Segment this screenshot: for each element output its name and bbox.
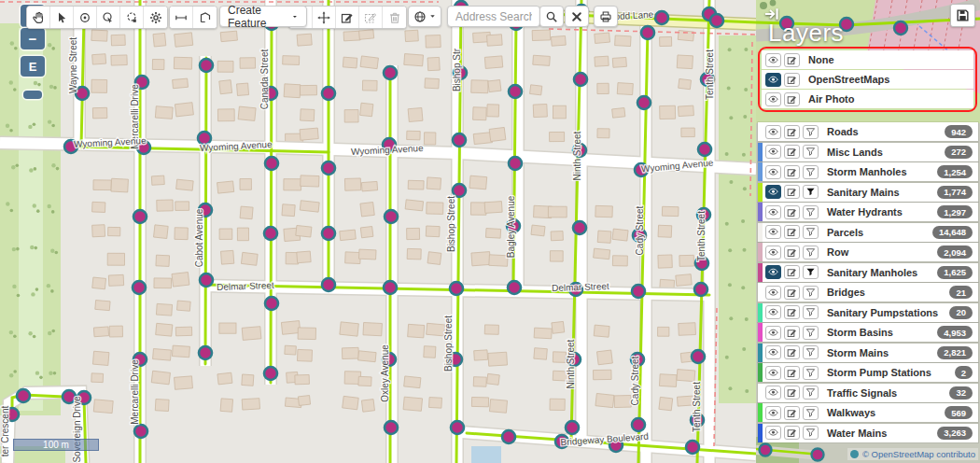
basemap-row-openstreetmaps[interactable]: OpenStreetMaps [762,70,973,89]
measure-area-button[interactable] [193,7,217,28]
layer-row-sanitary-pumpstations[interactable]: Sanitary Pumpstations20 [758,303,978,322]
layer-row-sanitary-manholes[interactable]: Sanitary Manholes1,625 [758,263,978,282]
layer-edit-button[interactable] [784,366,800,380]
layer-edit-button[interactable] [784,185,800,199]
layer-edit-button[interactable] [784,265,800,279]
sanitary-manhole-marker[interactable] [655,11,668,24]
layer-filter-button[interactable] [803,165,819,179]
search-button[interactable] [539,6,564,27]
basemap-row-none[interactable]: None [762,50,973,69]
layer-visibility-toggle[interactable] [765,345,781,359]
layer-edit-button[interactable] [784,205,800,219]
basemap-globe-dropdown[interactable] [408,6,441,27]
sanitary-manhole-marker[interactable] [573,221,586,234]
basemap-visibility-toggle[interactable] [765,73,781,87]
sanitary-manhole-marker[interactable] [322,87,335,100]
layer-filter-button[interactable] [803,386,819,400]
sanitary-manhole-marker[interactable] [632,418,645,431]
pan-hand-button[interactable] [27,7,50,28]
identify-point-button[interactable] [74,7,97,28]
layer-filter-button[interactable] [803,366,819,380]
sanitary-manhole-marker[interactable] [566,421,579,434]
layer-visibility-toggle[interactable] [765,386,781,400]
sanitary-manhole-marker[interactable] [686,441,699,454]
map-canvas[interactable]: Wayne StreetMercarelli DriveMercarelli D… [0,0,756,463]
sanitary-manhole-marker[interactable] [200,274,213,287]
sanitary-manhole-marker[interactable] [632,285,645,298]
layer-filter-button[interactable] [803,225,819,239]
zoom-slider-handle[interactable] [23,91,42,99]
layer-visibility-toggle[interactable] [765,265,781,279]
layer-edit-button[interactable] [784,145,800,159]
basemap-visibility-toggle[interactable] [765,53,781,67]
edit-mode-button[interactable]: E [21,56,45,77]
layer-edit-button[interactable] [784,225,800,239]
sanitary-manhole-marker[interactable] [265,157,278,170]
select-features-button[interactable] [97,7,120,28]
layer-filter-button[interactable] [803,265,819,279]
basemap-row-air-photo[interactable]: Air Photo [762,90,973,108]
layer-row-misc-lands[interactable]: Misc Lands272 [758,143,978,161]
layer-filter-button[interactable] [803,426,819,440]
layer-visibility-toggle[interactable] [765,185,781,199]
layer-edit-button[interactable] [784,246,800,260]
layer-row-sanitary-mains[interactable]: Sanitary Mains1,774 [758,183,978,202]
map-viewport[interactable]: Wayne StreetMercarelli DriveMercarelli D… [0,0,756,463]
layer-visibility-toggle[interactable] [765,305,781,319]
layer-edit-button[interactable] [784,345,800,359]
sanitary-manhole-marker[interactable] [322,227,335,240]
sanitary-manhole-marker[interactable] [264,367,277,380]
sanitary-manhole-marker[interactable] [385,421,398,434]
layer-row-storm-mains[interactable]: Storm Mains2,821 [758,344,978,362]
layer-row-water-mains[interactable]: Water Mains3,263 [758,424,978,442]
layer-edit-button[interactable] [784,165,800,179]
sanitary-manhole-marker[interactable] [265,297,278,310]
layer-row-water-hydrants[interactable]: Water Hydrants1,297 [758,203,978,221]
sanitary-manhole-marker[interactable] [451,421,464,434]
layer-visibility-toggle[interactable] [765,426,781,440]
layer-edit-button[interactable] [784,426,800,440]
sanitary-manhole-marker[interactable] [694,283,707,296]
layer-visibility-toggle[interactable] [765,326,781,340]
create-feature-dropdown[interactable]: Create Feature [219,6,307,27]
sanitary-manhole-marker[interactable] [509,85,522,98]
layer-row-walkways[interactable]: Walkways569 [758,403,978,422]
basemap-visibility-toggle[interactable] [765,92,781,106]
sanitary-manhole-marker[interactable] [508,281,521,294]
layer-visibility-toggle[interactable] [765,286,781,300]
sanitary-manhole-marker[interactable] [641,26,654,39]
layer-row-storm-pump-stations[interactable]: Storm Pump Stations2 [758,363,978,382]
layer-edit-button[interactable] [784,286,800,300]
layer-visibility-toggle[interactable] [765,145,781,159]
sanitary-manhole-marker[interactable] [200,59,213,72]
layer-row-traffic-signals[interactable]: Traffic Signals32 [758,384,978,402]
layer-filter-button[interactable] [803,246,819,260]
layer-row-storm-basins[interactable]: Storm Basins4,953 [758,323,978,342]
basemap-edit-button[interactable] [784,73,800,87]
layer-visibility-toggle[interactable] [765,366,781,380]
basemap-edit-button[interactable] [784,92,800,106]
sanitary-manhole-marker[interactable] [17,389,30,402]
layer-edit-button[interactable] [784,406,800,420]
layer-filter-button[interactable] [803,185,819,199]
sanitary-manhole-marker[interactable] [450,282,463,295]
layer-visibility-toggle[interactable] [765,406,781,420]
sanitary-manhole-marker[interactable] [384,66,397,79]
sanitary-manhole-marker[interactable] [637,96,651,109]
basemap-edit-button[interactable] [784,53,800,67]
sanitary-manhole-marker[interactable] [502,430,515,443]
layer-edit-button[interactable] [784,125,800,139]
sanitary-manhole-marker[interactable] [692,350,705,363]
measure-distance-button[interactable] [170,7,193,28]
select-arrow-button[interactable] [50,7,74,28]
layer-filter-button[interactable] [803,406,819,420]
zoom-out-button[interactable]: − [21,28,45,49]
layer-filter-button[interactable] [803,345,819,359]
sanitary-manhole-marker[interactable] [453,184,466,197]
layer-edit-button[interactable] [784,386,800,400]
sanitary-manhole-marker[interactable] [453,133,466,147]
layer-filter-button[interactable] [803,145,819,159]
save-layers-button[interactable] [950,4,975,27]
sanitary-manhole-marker[interactable] [385,210,398,223]
move-feature-button[interactable] [313,7,336,28]
